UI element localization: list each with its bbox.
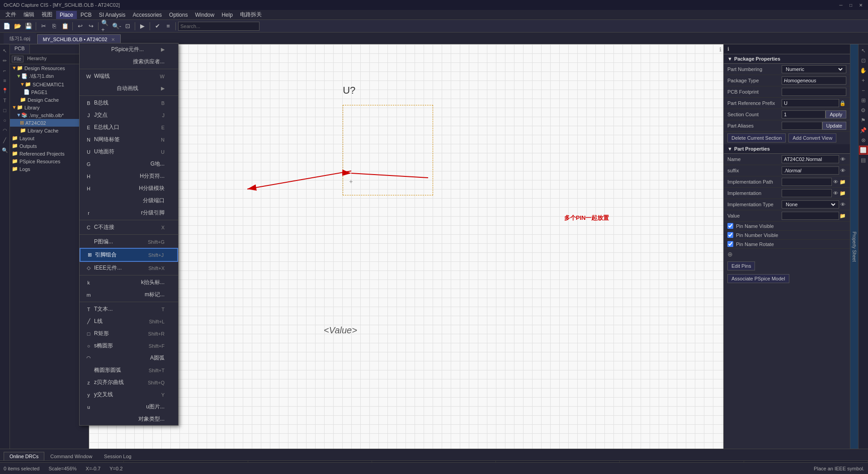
impl-path-input[interactable]: [784, 179, 830, 185]
menu-place[interactable]: Place: [56, 11, 77, 19]
tab-close-icon[interactable]: ✕: [111, 37, 115, 42]
part-props-collapse-icon[interactable]: ▼: [727, 146, 732, 152]
prop-value-implementation[interactable]: [782, 189, 832, 197]
ctx-hier-port[interactable]: 分级端口: [80, 194, 178, 207]
suffix-eye-icon[interactable]: 👁: [839, 167, 846, 174]
tb-netlist[interactable]: ≡: [163, 21, 173, 31]
tree-item-pspice[interactable]: 📁 PSpice Resources: [10, 157, 89, 165]
maximize-btn[interactable]: □: [847, 2, 854, 8]
menu-options[interactable]: Options: [165, 11, 191, 19]
ri-hand[interactable]: ✋: [859, 66, 868, 75]
li-arc[interactable]: ◠: [0, 126, 9, 135]
menu-si[interactable]: SI Analysis: [95, 11, 129, 19]
ctx-rect[interactable]: □ R矩形 Shift+R: [80, 327, 178, 340]
ri-red-action[interactable]: ⬜: [859, 146, 868, 155]
extra-icon[interactable]: ⊕: [727, 251, 733, 258]
menu-view[interactable]: 视图: [38, 10, 56, 19]
ri-plus[interactable]: +: [859, 76, 868, 85]
ctx-hier-pin[interactable]: r r分级引脚: [80, 207, 178, 219]
prop-value-impl-type[interactable]: None PSpice Model VHDL Edif: [782, 200, 839, 209]
prop-value-part-ref-prefix[interactable]: [782, 99, 839, 107]
menu-help[interactable]: Help: [218, 11, 236, 19]
panel-tab-hierarchy[interactable]: Hierarchy: [25, 56, 48, 62]
ri-settings[interactable]: ⚙: [859, 106, 868, 115]
prop-value-value[interactable]: [782, 212, 839, 220]
tb-run[interactable]: ▶: [137, 21, 147, 31]
ctx-pin-group[interactable]: ⊞ 引脚组合 Shift+J: [80, 248, 178, 262]
apply-button[interactable]: Apply: [826, 110, 846, 118]
panel-tab-file[interactable]: File: [12, 56, 24, 62]
property-sheet-tab[interactable]: Property Sheet: [850, 44, 858, 449]
ctx-bus-entry[interactable]: E E总线入口 E: [80, 121, 178, 133]
section-count-input[interactable]: [784, 112, 807, 117]
ctx-search-supplier[interactable]: 搜索供应者...: [80, 56, 178, 68]
ri-connection[interactable]: ⊗: [859, 136, 868, 145]
pin-name-rotate-checkbox[interactable]: [727, 241, 733, 247]
li-circle[interactable]: ○: [0, 116, 9, 125]
tree-item-logs[interactable]: 📁 Logs: [10, 165, 89, 173]
li-pin[interactable]: 📍: [0, 86, 9, 95]
tb-new[interactable]: 📄: [2, 21, 12, 31]
tree-item-library-cache[interactable]: 📁 Library Cache: [10, 127, 89, 134]
ctx-bezier[interactable]: z z贝齐尔曲线 Shift+Q: [80, 376, 178, 389]
tb-zoom-out[interactable]: 🔍-: [112, 21, 122, 31]
li-text[interactable]: T: [0, 96, 9, 105]
bottom-tab-drc[interactable]: Online DRCs: [4, 452, 44, 460]
tree-item-design-resources[interactable]: ▼📁 Design Resources: [10, 64, 89, 72]
ctx-object-type[interactable]: 对象类型...: [80, 413, 178, 425]
tree-item-at24c02[interactable]: ⊞ AT24C02: [10, 119, 89, 127]
part-numbering-select[interactable]: Numeric Alphabetic: [784, 66, 844, 72]
ctx-ellipse[interactable]: ○ s椭圆形 Shift+F: [80, 340, 178, 352]
ctx-pspice-components[interactable]: PSpice元件... ▶: [80, 43, 178, 56]
tb-copy[interactable]: ⎘: [49, 21, 59, 31]
implementation-input[interactable]: [784, 190, 830, 196]
tb-redo[interactable]: ↪: [86, 21, 96, 31]
canvas-info-icon[interactable]: ℹ: [719, 46, 722, 53]
tb-zoom-fit[interactable]: ⊡: [123, 21, 132, 31]
li-draw[interactable]: ✏: [0, 56, 9, 65]
impl-type-eye-icon[interactable]: 👁: [839, 201, 846, 208]
name-input[interactable]: [784, 156, 837, 162]
li-select[interactable]: ↖: [0, 46, 9, 55]
tab-schlib[interactable]: MY_SCHLIB.OLB • AT24C02 ✕: [37, 34, 121, 44]
ctx-auto-wire[interactable]: 自动画线 ▶: [80, 82, 178, 95]
ctx-pmap[interactable]: P图编... Shift+G: [80, 236, 178, 248]
ctx-junction[interactable]: J J交点 J: [80, 109, 178, 121]
menu-file[interactable]: 文件: [2, 10, 20, 19]
ctx-ieee-symbol[interactable]: ◇ IEEE元件... Shift+X: [80, 262, 178, 274]
section-collapse-icon[interactable]: ▼: [727, 56, 732, 62]
tab-project[interactable]: 练习1.opj: [4, 33, 36, 44]
prop-value-section-count[interactable]: [782, 110, 826, 118]
ctx-bus[interactable]: B B总线 B: [80, 97, 178, 109]
part-aliases-input[interactable]: [784, 123, 820, 128]
menu-accessories[interactable]: Accessories: [129, 11, 165, 19]
menu-window[interactable]: Window: [191, 11, 218, 19]
minimize-btn[interactable]: ─: [837, 2, 844, 8]
ctx-power[interactable]: U U地面符 U: [80, 146, 178, 158]
ctx-ground[interactable]: G G地...: [80, 158, 178, 170]
bottom-tab-cmd[interactable]: Command Window: [44, 452, 98, 460]
prop-value-part-numbering[interactable]: Numeric Alphabetic: [782, 65, 846, 73]
ctx-k-title[interactable]: k k抬头标...: [80, 276, 178, 289]
canvas-area[interactable]: ℹ U? + <Value>: [89, 44, 723, 449]
li-zoom[interactable]: 🔍: [0, 146, 9, 155]
tb-drc[interactable]: ✔: [152, 21, 162, 31]
impl-eye-icon[interactable]: 👁: [832, 190, 839, 197]
prop-value-pcb-footprint[interactable]: [782, 88, 846, 96]
tree-item-page1[interactable]: 📄 PAGE1: [10, 88, 89, 96]
bottom-tab-session[interactable]: Session Log: [98, 452, 137, 460]
tree-item-library[interactable]: ▼📁 Library: [10, 104, 89, 111]
tb-undo[interactable]: ↩: [75, 21, 85, 31]
associate-pspice-btn[interactable]: Associate PSpice Model: [727, 274, 789, 283]
ctx-line[interactable]: ╱ L线 Shift+L: [80, 315, 178, 327]
part-ref-prefix-icon[interactable]: 🔒: [839, 100, 846, 107]
prop-value-impl-path[interactable]: [782, 178, 832, 186]
tb-zoom-in[interactable]: 🔍+: [101, 21, 111, 31]
tree-item-layout[interactable]: 📁 Layout: [10, 134, 89, 142]
edit-pins-btn[interactable]: Edit Pins: [727, 261, 755, 270]
pcb-footprint-input[interactable]: [784, 89, 844, 95]
value-input[interactable]: [784, 213, 837, 218]
menu-circuit[interactable]: 电路拆关: [236, 10, 265, 19]
ri-zoom-area[interactable]: ⊡: [859, 56, 868, 65]
tree-item-schematic1[interactable]: ▼📁 SCHEMATIC1: [10, 81, 89, 88]
